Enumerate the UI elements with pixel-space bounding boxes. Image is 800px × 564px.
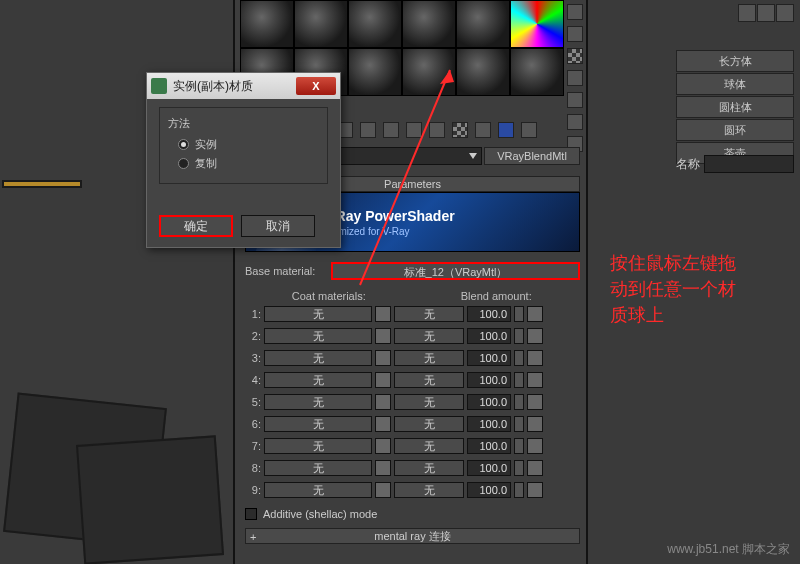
backlight-icon[interactable] — [567, 26, 583, 42]
make-unique-icon[interactable] — [360, 122, 376, 138]
blend-color-swatch[interactable] — [527, 482, 543, 498]
material-slot[interactable] — [510, 0, 564, 48]
blend-color-swatch[interactable] — [527, 460, 543, 476]
blend-amount-spinner[interactable]: 100.0 — [467, 416, 511, 432]
material-id-icon[interactable] — [406, 122, 422, 138]
blend-amount-spinner[interactable]: 100.0 — [467, 394, 511, 410]
coat-material-button[interactable]: 无 — [264, 438, 372, 454]
dialog-titlebar[interactable]: 实例(副本)材质 X — [147, 73, 340, 99]
coat-color-swatch[interactable] — [375, 482, 391, 498]
blend-color-swatch[interactable] — [527, 416, 543, 432]
coat-color-swatch[interactable] — [375, 372, 391, 388]
put-to-library-icon[interactable] — [383, 122, 399, 138]
coat-material-button[interactable]: 无 — [264, 460, 372, 476]
coat-material-button[interactable]: 无 — [264, 350, 372, 366]
ok-button[interactable]: 确定 — [159, 215, 233, 237]
material-slot[interactable] — [294, 0, 348, 48]
blend-map-button[interactable]: 无 — [394, 350, 464, 366]
coat-material-button[interactable]: 无 — [264, 328, 372, 344]
right-name-field[interactable] — [704, 155, 794, 173]
primitive-button[interactable]: 圆柱体 — [676, 96, 794, 118]
material-slot[interactable] — [402, 48, 456, 96]
dialog-title: 实例(副本)材质 — [173, 78, 290, 95]
additive-checkbox[interactable] — [245, 508, 257, 520]
coat-material-button[interactable]: 无 — [264, 306, 372, 322]
radio-icon — [178, 158, 189, 169]
mental-ray-rollup[interactable]: + mental ray 连接 — [245, 528, 580, 544]
blend-map-button[interactable]: 无 — [394, 416, 464, 432]
blend-map-button[interactable]: 无 — [394, 394, 464, 410]
blend-color-swatch[interactable] — [527, 328, 543, 344]
blend-amount-spinner[interactable]: 100.0 — [467, 438, 511, 454]
pick-icon[interactable] — [521, 122, 537, 138]
blend-amount-spinner[interactable]: 100.0 — [467, 350, 511, 366]
coat-color-swatch[interactable] — [375, 306, 391, 322]
sample-type-icon[interactable] — [567, 4, 583, 20]
coat-material-button[interactable]: 无 — [264, 372, 372, 388]
blend-amount-spinner[interactable]: 100.0 — [467, 482, 511, 498]
cancel-button[interactable]: 取消 — [241, 215, 315, 237]
blend-map-button[interactable]: 无 — [394, 460, 464, 476]
blend-map-button[interactable]: 无 — [394, 438, 464, 454]
coat-material-button[interactable]: 无 — [264, 394, 372, 410]
modify-tab-icon[interactable] — [757, 4, 775, 22]
material-slot[interactable] — [348, 48, 402, 96]
material-slot[interactable] — [456, 48, 510, 96]
spinner-arrows-icon[interactable] — [514, 438, 524, 454]
spinner-arrows-icon[interactable] — [514, 328, 524, 344]
coat-color-swatch[interactable] — [375, 416, 391, 432]
coat-color-swatch[interactable] — [375, 460, 391, 476]
create-tab-icon[interactable] — [738, 4, 756, 22]
spinner-arrows-icon[interactable] — [514, 350, 524, 366]
go-parent-icon[interactable] — [475, 122, 491, 138]
blend-color-swatch[interactable] — [527, 350, 543, 366]
blend-map-button[interactable]: 无 — [394, 328, 464, 344]
blend-map-button[interactable]: 无 — [394, 372, 464, 388]
blend-color-swatch[interactable] — [527, 372, 543, 388]
material-slot[interactable] — [456, 0, 510, 48]
hierarchy-tab-icon[interactable] — [776, 4, 794, 22]
coat-color-swatch[interactable] — [375, 438, 391, 454]
spinner-arrows-icon[interactable] — [514, 306, 524, 322]
coat-color-swatch[interactable] — [375, 350, 391, 366]
instance-copy-dialog: 实例(副本)材质 X 方法 实例 复制 确定 取消 — [146, 72, 341, 248]
blend-map-button[interactable]: 无 — [394, 482, 464, 498]
video-check-icon[interactable] — [567, 92, 583, 108]
blend-color-swatch[interactable] — [527, 394, 543, 410]
go-sibling-icon[interactable] — [498, 122, 514, 138]
spinner-arrows-icon[interactable] — [514, 372, 524, 388]
coat-color-swatch[interactable] — [375, 328, 391, 344]
material-slot[interactable] — [348, 0, 402, 48]
blend-color-swatch[interactable] — [527, 306, 543, 322]
radio-instance[interactable]: 实例 — [178, 137, 319, 152]
blend-amount-spinner[interactable]: 100.0 — [467, 306, 511, 322]
show-end-result-icon[interactable] — [452, 122, 468, 138]
coat-material-button[interactable]: 无 — [264, 482, 372, 498]
primitive-button[interactable]: 球体 — [676, 73, 794, 95]
spinner-arrows-icon[interactable] — [514, 416, 524, 432]
primitive-button[interactable]: 圆环 — [676, 119, 794, 141]
spinner-arrows-icon[interactable] — [514, 460, 524, 476]
blend-amount-spinner[interactable]: 100.0 — [467, 328, 511, 344]
base-material-button[interactable]: 标准_12（VRayMtl） — [331, 262, 580, 280]
uv-tile-icon[interactable] — [567, 70, 583, 86]
primitive-button[interactable]: 长方体 — [676, 50, 794, 72]
right-name-label: 名称 — [676, 156, 700, 173]
show-map-icon[interactable] — [429, 122, 445, 138]
material-slot[interactable] — [240, 0, 294, 48]
blend-amount-spinner[interactable]: 100.0 — [467, 372, 511, 388]
blend-map-button[interactable]: 无 — [394, 306, 464, 322]
coat-material-button[interactable]: 无 — [264, 416, 372, 432]
coat-color-swatch[interactable] — [375, 394, 391, 410]
material-type-button[interactable]: VRayBlendMtl — [484, 147, 580, 165]
spinner-arrows-icon[interactable] — [514, 394, 524, 410]
material-slot[interactable] — [402, 0, 456, 48]
blend-amount-spinner[interactable]: 100.0 — [467, 460, 511, 476]
dropdown-icon[interactable] — [469, 153, 477, 159]
background-icon[interactable] — [567, 48, 583, 64]
spinner-arrows-icon[interactable] — [514, 482, 524, 498]
close-button[interactable]: X — [296, 77, 336, 95]
radio-copy[interactable]: 复制 — [178, 156, 319, 171]
material-slot[interactable] — [510, 48, 564, 96]
blend-color-swatch[interactable] — [527, 438, 543, 454]
